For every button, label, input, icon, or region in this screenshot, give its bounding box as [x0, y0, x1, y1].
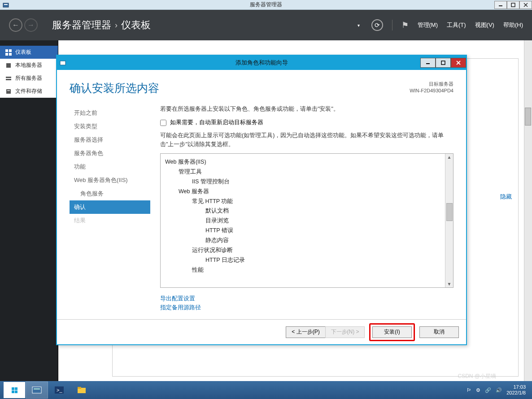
nav-back-button[interactable]: ←	[9, 18, 22, 32]
system-tray: 🏳 ⚙ 🔗 🔊 17:03 2022/1/8	[467, 384, 528, 396]
wizard-note: 可能会在此页面上显示可选功能(如管理工具)，因为已自动选择这些功能。如果不希望安…	[160, 131, 454, 149]
target-server-label: 目标服务器	[410, 81, 454, 87]
svg-rect-0	[3, 3, 9, 7]
target-server-info: 目标服务器 WIN-F2D49304PD4	[410, 81, 454, 95]
tree-node: 管理工具	[165, 167, 452, 177]
dropdown-caret-icon[interactable]: ▾	[358, 23, 360, 28]
svg-rect-6	[5, 49, 8, 52]
storage-icon	[5, 88, 12, 95]
install-button[interactable]: 安装(I)	[372, 326, 412, 338]
scroll-thumb[interactable]	[446, 203, 453, 221]
breadcrumb: 服务器管理器 › 仪表板	[52, 18, 151, 32]
watermark: CSDN @小星嘀	[458, 373, 496, 380]
svg-rect-11	[6, 77, 11, 78]
close-button[interactable]	[519, 1, 532, 9]
tray-clock[interactable]: 17:03 2022/1/8	[506, 384, 526, 396]
sidebar: 仪表板 本地服务器 所有服务器 文件和存储	[0, 40, 58, 381]
wizard-maximize-button[interactable]	[436, 58, 451, 68]
menu-manage[interactable]: 管理(M)	[418, 21, 438, 29]
sidebar-item-label: 仪表板	[15, 48, 31, 56]
sidebar-item-label: 文件和存储	[15, 87, 42, 95]
svg-rect-1	[4, 4, 8, 5]
maximize-button[interactable]	[507, 1, 519, 9]
wizard-nav-results: 结果	[70, 214, 150, 227]
scroll-up-icon[interactable]: ▲	[446, 154, 453, 160]
add-roles-wizard: 添加角色和功能向导 确认安装所选内容 目标服务器 WIN-F2D49304PD4…	[56, 55, 467, 345]
separator	[392, 20, 392, 30]
wizard-nav-role-services[interactable]: 角色服务	[70, 187, 150, 200]
breadcrumb-page: 仪表板	[121, 18, 151, 32]
svg-text:>_: >_	[57, 387, 62, 393]
tree-node: 目录浏览	[165, 216, 452, 226]
sidebar-item-dashboard[interactable]: 仪表板	[0, 46, 58, 59]
roles-tree-box: Web 服务器(IIS)管理工具IIS 管理控制台Web 服务器常见 HTTP …	[160, 153, 454, 288]
tray-time: 17:03	[506, 384, 526, 390]
wizard-nav-server-select[interactable]: 服务器选择	[70, 133, 150, 147]
wizard-nav-install-type[interactable]: 安装类型	[70, 120, 150, 133]
sidebar-item-file-storage[interactable]: 文件和存储	[0, 85, 58, 98]
next-button: 下一步(N) >	[325, 326, 365, 338]
tree-scrollbar[interactable]: ▲ ▼	[445, 154, 453, 287]
tray-action-icon[interactable]: ⚙	[476, 387, 480, 393]
tree-node: 运行状况和诊断	[165, 246, 452, 256]
svg-rect-14	[7, 90, 10, 91]
header-bar: ← → 服务器管理器 › 仪表板 ▾ ⟳ ⚑ 管理(M) 工具(T) 视图(V)…	[0, 10, 532, 40]
wizard-close-button[interactable]	[451, 58, 466, 68]
auto-restart-row[interactable]: 如果需要，自动重新启动目标服务器	[160, 119, 454, 126]
wizard-title: 添加角色和功能向导	[235, 59, 288, 67]
vertical-scrollbar[interactable]	[524, 40, 532, 381]
wizard-nav-before[interactable]: 开始之前	[70, 106, 150, 120]
server-icon	[5, 62, 12, 69]
taskbar-explorer[interactable]	[71, 382, 92, 398]
tray-security-icon[interactable]: 🏳	[467, 387, 471, 393]
wizard-nav-server-roles[interactable]: 服务器角色	[70, 147, 150, 160]
refresh-icon[interactable]: ⟳	[371, 19, 383, 31]
wizard-nav-features[interactable]: 功能	[70, 160, 150, 173]
flag-icon[interactable]: ⚑	[401, 20, 409, 30]
wizard-heading: 确认安装所选内容	[70, 81, 159, 95]
svg-rect-17	[441, 61, 445, 65]
svg-rect-8	[5, 53, 8, 56]
sidebar-item-local-server[interactable]: 本地服务器	[0, 59, 58, 72]
wizard-nav-confirm[interactable]: 确认	[70, 200, 150, 214]
export-config-link[interactable]: 导出配置设置	[160, 295, 195, 302]
breadcrumb-app-dropdown[interactable]: 服务器管理器	[52, 18, 111, 32]
tree-node: 常见 HTTP 功能	[165, 197, 452, 207]
svg-rect-7	[9, 49, 12, 52]
sidebar-item-all-servers[interactable]: 所有服务器	[0, 72, 58, 85]
prev-button[interactable]: < 上一步(P)	[286, 326, 325, 338]
sidebar-item-label: 本地服务器	[15, 61, 42, 69]
window-title: 服务器管理器	[250, 1, 282, 9]
taskbar-powershell[interactable]: >_	[48, 382, 70, 398]
dashboard-icon	[5, 49, 12, 56]
tray-date: 2022/1/8	[506, 390, 526, 396]
wizard-nav-web-iis[interactable]: Web 服务器角色(IIS)	[70, 173, 150, 187]
tree-node: HTTP 错误	[165, 226, 452, 236]
tree-node: Web 服务器(IIS)	[165, 157, 452, 167]
window-title-bar: 服务器管理器	[0, 0, 532, 10]
svg-rect-15	[60, 61, 65, 65]
taskbar: >_ 🏳 ⚙ 🔗 🔊 17:03 2022/1/8	[0, 381, 532, 399]
menu-help[interactable]: 帮助(H)	[503, 21, 523, 29]
minimize-button[interactable]	[494, 1, 507, 9]
auto-restart-label: 如果需要，自动重新启动目标服务器	[170, 119, 263, 126]
tree-node: 默认文档	[165, 206, 452, 216]
wizard-minimize-button[interactable]	[420, 58, 436, 68]
menu-view[interactable]: 视图(V)	[475, 21, 494, 29]
alt-source-link[interactable]: 指定备用源路径	[160, 304, 201, 311]
tray-network-icon[interactable]: 🔗	[485, 387, 491, 393]
svg-rect-12	[6, 79, 11, 80]
menu-tools[interactable]: 工具(T)	[447, 21, 466, 29]
cancel-button[interactable]: 取消	[419, 326, 459, 338]
sidebar-item-label: 所有服务器	[15, 74, 42, 82]
install-highlight: 安装(I)	[369, 323, 415, 341]
scroll-down-icon[interactable]: ▼	[446, 281, 453, 287]
hide-link[interactable]: 隐藏	[500, 193, 512, 201]
nav-forward-button[interactable]: →	[24, 18, 38, 32]
tray-volume-icon[interactable]: 🔊	[496, 387, 502, 393]
svg-rect-21	[34, 388, 40, 390]
taskbar-server-manager[interactable]	[26, 382, 48, 398]
start-button[interactable]	[4, 382, 25, 398]
tree-node: 静态内容	[165, 236, 452, 246]
auto-restart-checkbox[interactable]	[160, 120, 166, 126]
